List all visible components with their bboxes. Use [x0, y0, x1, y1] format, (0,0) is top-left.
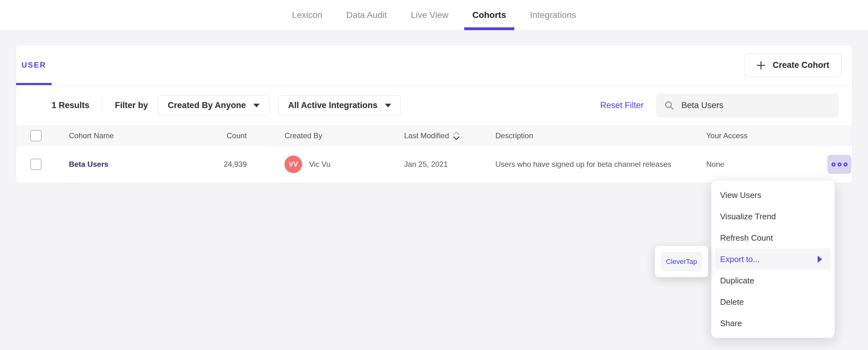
last-modified-value: Jan 25, 2021: [393, 160, 484, 169]
integrations-dropdown[interactable]: All Active Integrations: [278, 95, 401, 116]
top-nav: Lexicon Data Audit Live View Cohorts Int…: [0, 0, 868, 31]
integrations-dropdown-value: All Active Integrations: [288, 101, 377, 110]
search-input[interactable]: [681, 101, 831, 110]
reset-filter-link[interactable]: Reset Filter: [600, 101, 644, 110]
table-row: Beta Users 24,939 VV Vic Vu Jan 25, 2021…: [16, 145, 852, 183]
menu-item-export-to[interactable]: Export to...: [715, 248, 831, 270]
menu-item-delete[interactable]: Delete: [711, 291, 835, 313]
nav-tab-data-audit[interactable]: Data Audit: [334, 0, 399, 30]
more-options-button[interactable]: [828, 155, 851, 174]
divider: [102, 97, 102, 115]
header-last-modified[interactable]: Last Modified: [393, 131, 484, 141]
nav-tab-lexicon[interactable]: Lexicon: [280, 0, 335, 30]
menu-item-visualize-trend[interactable]: Visualize Trend: [711, 206, 835, 227]
header-last-modified-label: Last Modified: [404, 131, 449, 140]
row-context-menu: View Users Visualize Trend Refresh Count…: [711, 181, 835, 338]
created-by-dropdown-value: Created By Anyone: [168, 101, 246, 110]
cohort-type-tab-bar: USER Create Cohort: [16, 45, 852, 85]
search-box[interactable]: [656, 94, 839, 117]
filter-bar: 1 Results Filter by Created By Anyone Al…: [16, 85, 852, 126]
row-checkbox[interactable]: [30, 159, 41, 170]
avatar: VV: [284, 155, 302, 173]
plus-icon: [756, 61, 766, 70]
submenu-item-clevertap[interactable]: CleverTap: [660, 252, 703, 271]
header-description: Description: [484, 130, 695, 141]
menu-item-view-users[interactable]: View Users: [711, 184, 835, 206]
nav-tab-live-view[interactable]: Live View: [399, 0, 460, 30]
menu-item-share[interactable]: Share: [711, 313, 835, 334]
submenu-arrow-icon: [818, 256, 822, 262]
menu-item-refresh-count[interactable]: Refresh Count: [711, 227, 835, 248]
cohort-name-link[interactable]: Beta Users: [69, 160, 108, 168]
nav-tab-cohorts[interactable]: Cohorts: [460, 0, 518, 30]
create-cohort-label: Create Cohort: [773, 60, 829, 70]
more-options-icon: [843, 163, 847, 167]
header-created-by[interactable]: Created By: [261, 131, 393, 140]
nav-tab-integrations[interactable]: Integrations: [518, 0, 588, 30]
table-header: Cohort Name Count Created By Last Modifi…: [16, 126, 852, 145]
header-cohort-name[interactable]: Cohort Name: [53, 131, 185, 140]
search-icon: [664, 101, 675, 111]
header-count[interactable]: Count: [185, 131, 261, 140]
more-options-icon: [832, 163, 836, 167]
cohort-count: 24,939: [185, 160, 261, 169]
tab-user[interactable]: USER: [16, 45, 52, 85]
sort-icon: [453, 131, 460, 141]
chevron-down-icon: [253, 104, 260, 107]
header-your-access: Your Access: [695, 131, 815, 140]
filter-by-label: Filter by: [115, 101, 148, 110]
create-cohort-button[interactable]: Create Cohort: [744, 54, 842, 77]
cohort-description: Users who have signed up for beta channe…: [484, 159, 695, 170]
more-options-icon: [837, 163, 842, 167]
export-submenu: CleverTap: [655, 246, 708, 277]
created-by-dropdown[interactable]: Created By Anyone: [158, 95, 270, 116]
nav-tabs: Lexicon Data Audit Live View Cohorts Int…: [280, 0, 588, 30]
results-count: 1 Results: [52, 101, 89, 110]
cohorts-panel: USER Create Cohort 1 Results Filter by C…: [16, 45, 852, 183]
created-by-name: Vic Vu: [309, 160, 331, 169]
your-access-value: None: [695, 160, 815, 169]
menu-item-export-to-label: Export to...: [720, 254, 760, 264]
chevron-down-icon: [385, 104, 391, 107]
menu-item-duplicate[interactable]: Duplicate: [711, 270, 835, 291]
select-all-checkbox[interactable]: [30, 130, 41, 141]
